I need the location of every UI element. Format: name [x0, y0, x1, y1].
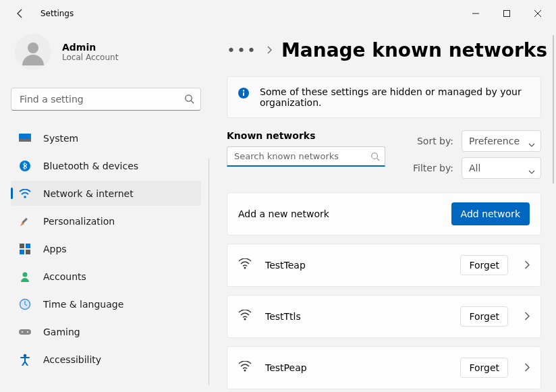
info-icon — [238, 88, 249, 99]
sidebar-item-label: Accessibility — [43, 354, 101, 365]
svg-rect-8 — [19, 139, 31, 142]
sidebar-item-network[interactable]: Network & internet — [11, 181, 201, 206]
add-network-card: Add a new network Add network — [227, 192, 541, 235]
page-title: Manage known networks — [281, 39, 547, 61]
svg-point-28 — [244, 318, 246, 320]
svg-rect-12 — [20, 244, 24, 248]
apps-icon — [19, 243, 31, 255]
svg-rect-13 — [26, 244, 30, 248]
network-row[interactable]: TestTeapForget — [227, 244, 541, 287]
sidebar-item-label: Gaming — [43, 327, 80, 337]
settings-search-input[interactable] — [11, 88, 201, 111]
info-text: Some of these settings are hidden or man… — [260, 86, 530, 108]
chevron-right-icon — [267, 44, 272, 57]
network-name: TestPeap — [265, 362, 307, 373]
sidebar-item-label: Network & internet — [43, 188, 134, 199]
wifi-icon — [238, 310, 252, 323]
sidebar-item-label: Time & language — [43, 299, 123, 310]
chevron-right-icon[interactable] — [524, 259, 530, 272]
known-networks-label: Known networks — [227, 130, 385, 141]
search-icon — [184, 94, 194, 107]
minimize-button[interactable] — [460, 3, 491, 24]
sidebar-item-label: System — [43, 133, 78, 144]
nav-list: System Bluetooth & devices Network & int… — [11, 125, 201, 372]
filter-label: Filter by: — [413, 163, 453, 173]
network-search-input[interactable] — [227, 146, 385, 167]
svg-point-19 — [22, 331, 23, 333]
profile-subtitle: Local Account — [62, 53, 118, 62]
sidebar-item-time-language[interactable]: Time & language — [11, 291, 201, 316]
sidebar-item-apps[interactable]: Apps — [11, 236, 201, 261]
svg-rect-18 — [19, 329, 31, 335]
info-banner: Some of these settings are hidden or man… — [227, 76, 541, 118]
svg-rect-1 — [504, 11, 510, 17]
svg-point-4 — [28, 43, 38, 53]
close-button[interactable] — [522, 3, 553, 24]
sort-label: Sort by: — [417, 136, 453, 146]
maximize-button[interactable] — [491, 3, 522, 24]
titlebar: Settings — [0, 0, 556, 27]
search-icon — [370, 151, 380, 164]
avatar — [15, 34, 51, 70]
gamepad-icon — [19, 326, 31, 338]
forget-button[interactable]: Forget — [460, 255, 508, 275]
clock-globe-icon — [19, 298, 31, 310]
wifi-icon — [238, 258, 252, 272]
chevron-right-icon[interactable] — [524, 310, 530, 323]
svg-line-6 — [191, 101, 194, 103]
add-network-button[interactable]: Add network — [451, 202, 530, 225]
bluetooth-icon — [19, 160, 31, 172]
add-network-label: Add a new network — [238, 208, 329, 219]
system-icon — [19, 132, 31, 144]
chevron-down-icon — [528, 165, 535, 176]
svg-point-25 — [372, 153, 378, 159]
svg-rect-14 — [20, 250, 24, 254]
filter-select[interactable]: All — [462, 157, 541, 179]
breadcrumb: ••• Manage known networks — [227, 39, 551, 61]
svg-point-5 — [186, 95, 192, 101]
forget-button[interactable]: Forget — [460, 358, 508, 378]
sidebar-item-label: Accounts — [43, 271, 86, 282]
svg-point-10 — [24, 196, 26, 198]
svg-point-29 — [244, 370, 246, 372]
network-name: TestTtls — [265, 311, 301, 322]
sidebar-item-accessibility[interactable]: Accessibility — [11, 347, 201, 372]
main-content: ••• Manage known networks Some of these … — [209, 27, 556, 392]
sidebar-item-label: Apps — [43, 244, 67, 254]
sidebar-item-label: Bluetooth & devices — [43, 161, 138, 171]
network-row[interactable]: TestPeapForget — [227, 346, 541, 389]
svg-rect-24 — [243, 92, 244, 96]
svg-line-26 — [377, 159, 380, 161]
wifi-icon — [238, 361, 252, 374]
svg-rect-11 — [22, 217, 27, 223]
back-button[interactable] — [13, 7, 27, 20]
brush-icon — [19, 215, 31, 227]
sidebar-item-gaming[interactable]: Gaming — [11, 319, 201, 344]
forget-button[interactable]: Forget — [460, 306, 508, 327]
breadcrumb-more-button[interactable]: ••• — [227, 42, 257, 59]
sidebar-item-accounts[interactable]: Accounts — [11, 264, 201, 289]
sidebar-item-label: Personalization — [43, 216, 115, 227]
chevron-down-icon — [528, 138, 535, 149]
network-row[interactable]: TestTtlsForget — [227, 295, 541, 338]
chevron-right-icon[interactable] — [524, 362, 530, 374]
sidebar-item-personalization[interactable]: Personalization — [11, 208, 201, 233]
wifi-icon — [19, 188, 31, 200]
sidebar: Admin Local Account System Bluetooth & d… — [0, 27, 209, 392]
svg-point-21 — [24, 354, 27, 357]
sidebar-item-system[interactable]: System — [11, 125, 201, 150]
window-title: Settings — [40, 9, 74, 18]
scrollbar[interactable] — [553, 35, 554, 184]
svg-point-27 — [244, 267, 246, 269]
sort-select[interactable]: Preference — [462, 130, 541, 152]
sidebar-item-bluetooth[interactable]: Bluetooth & devices — [11, 153, 201, 178]
svg-point-16 — [23, 272, 28, 277]
profile-block[interactable]: Admin Local Account — [11, 34, 201, 70]
profile-name: Admin — [62, 42, 118, 53]
svg-point-20 — [27, 331, 28, 333]
accessibility-icon — [19, 354, 31, 366]
person-icon — [19, 271, 31, 283]
svg-rect-15 — [26, 250, 30, 254]
svg-point-23 — [243, 90, 244, 91]
network-name: TestTeap — [265, 260, 306, 271]
